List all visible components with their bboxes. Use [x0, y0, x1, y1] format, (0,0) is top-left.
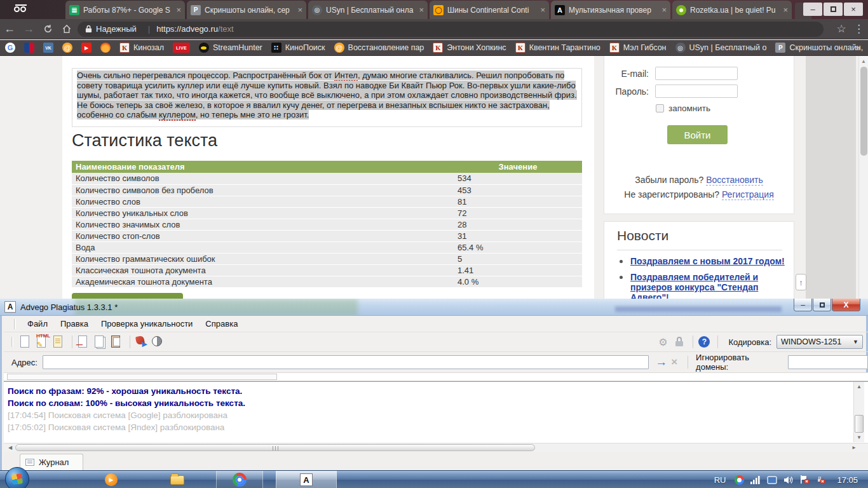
new-document-icon[interactable] [18, 335, 32, 349]
scrollbar-thumb[interactable] [15, 444, 535, 451]
browser-tab[interactable]: Скриншоты онлайн, сер× [187, 1, 306, 19]
bookmark-item[interactable]: КиноПоиск [271, 43, 325, 53]
menu-file[interactable]: Файл [21, 316, 54, 331]
bookmark-item[interactable]: StreamHunter [199, 43, 262, 53]
browser-maximize-button[interactable] [824, 3, 843, 16]
menu-uniqueness-check[interactable]: Проверка уникальности [95, 316, 199, 331]
bookmark-item[interactable] [5, 43, 15, 53]
open-html-icon[interactable]: HTML✎ [35, 335, 49, 349]
start-check-icon[interactable]: ▶ [134, 335, 148, 349]
plagiatus-close-button[interactable]: X [832, 299, 860, 311]
browser-close-button[interactable]: × [844, 3, 863, 16]
network-disconnected-icon[interactable] [816, 475, 825, 484]
browser-tab[interactable]: Работы 87%+ - Google S× [65, 1, 185, 19]
scroll-right-icon[interactable]: ► [849, 444, 859, 452]
stop-icon[interactable]: × [671, 356, 677, 369]
green-button-partial[interactable] [72, 293, 183, 299]
bookmark-item[interactable]: Мэл Гибсон [609, 43, 667, 53]
email-field[interactable] [655, 67, 738, 80]
scroll-to-top-button[interactable]: ↑ [796, 274, 806, 290]
news-link[interactable]: Поздравляем победителей и призеров конку… [630, 272, 787, 299]
bookmark-item[interactable]: Кинозал [119, 43, 164, 53]
paste-icon[interactable] [109, 335, 123, 349]
news-link[interactable]: Поздравляем с новым 2017 годом! [630, 256, 785, 266]
bookmark-item[interactable] [81, 43, 92, 53]
browser-tab[interactable]: USyn | Бесплатный онла× [308, 1, 428, 19]
browser-tab[interactable]: Шины Continental Conti× [430, 1, 549, 19]
bookmark-item[interactable]: Восстановление пар [334, 43, 424, 53]
remember-checkbox[interactable] [656, 104, 664, 112]
register-link[interactable]: Регистрация [722, 189, 774, 200]
bookmark-item[interactable] [173, 43, 190, 53]
bookmark-item[interactable] [100, 43, 111, 53]
ignore-domains-input[interactable] [788, 355, 868, 369]
bookmark-item[interactable] [62, 43, 72, 53]
action-center-flag-icon[interactable] [800, 475, 810, 484]
lock-icon[interactable] [672, 335, 686, 349]
restore-link[interactable]: Восстановить [706, 175, 763, 186]
taskbar-clock[interactable]: 17:05 [837, 475, 858, 485]
encoding-select[interactable]: WINDOWS-1251 ▼ [776, 335, 863, 349]
login-button[interactable]: Войти [667, 125, 728, 144]
start-button[interactable] [5, 467, 29, 488]
bookmark-item[interactable]: Скриншоты онлайн, [775, 43, 863, 53]
deep-check-icon[interactable] [151, 335, 165, 349]
cut-icon[interactable]: — [76, 335, 90, 349]
tab-close-icon[interactable]: × [661, 5, 667, 15]
forward-icon[interactable]: → [19, 22, 38, 36]
tab-close-icon[interactable]: × [297, 5, 302, 15]
bookmarks-overflow-icon[interactable]: » [855, 43, 860, 53]
browser-tab[interactable]: Мультиязычная провер× [551, 1, 670, 19]
home-icon[interactable] [57, 24, 76, 34]
scroll-down-icon[interactable]: ▼ [854, 433, 864, 442]
display-settings-icon[interactable] [767, 476, 777, 484]
browser-tab[interactable]: Rozetka.ua | be quiet! Pu× [672, 1, 792, 19]
tab-close-icon[interactable]: × [783, 5, 788, 15]
open-document-icon[interactable] [51, 335, 65, 349]
taskbar-explorer-icon[interactable] [166, 471, 188, 488]
horizontal-scrollbar[interactable]: ◀ ► [4, 443, 868, 452]
bookmark-star-icon[interactable]: ☆ [832, 22, 850, 36]
results-panel[interactable]: Поиск по фразам: 92% - хорошая уникально… [4, 381, 868, 443]
plagiatus-titlebar[interactable]: A Advego Plagiatus 1.3.3.1 * – X [0, 299, 868, 316]
tab-close-icon[interactable]: × [176, 5, 181, 15]
plagiatus-minimize-button[interactable]: – [794, 299, 812, 311]
bookmark-item[interactable] [24, 43, 34, 53]
go-arrow-icon[interactable]: → [655, 355, 667, 369]
help-icon[interactable]: ? [697, 335, 711, 349]
network-signal-icon[interactable] [750, 476, 761, 484]
scrollbar-thumb[interactable] [860, 67, 867, 156]
password-field[interactable] [655, 85, 738, 98]
settings-gear-icon[interactable]: ⚙ [656, 335, 670, 349]
scroll-left-icon[interactable]: ◀ [5, 444, 15, 452]
tab-close-icon[interactable]: × [540, 5, 545, 15]
page-scrollbar[interactable]: ▲ [858, 56, 868, 299]
tab-close-icon[interactable]: × [419, 5, 424, 15]
scrollbar-up-icon[interactable]: ▲ [859, 56, 868, 64]
taskbar-plagiatus-button[interactable]: A [276, 471, 337, 488]
browser-minimize-button[interactable]: – [803, 3, 822, 16]
menu-help[interactable]: Справка [199, 316, 244, 331]
volume-icon[interactable] [783, 476, 794, 484]
reload-icon[interactable] [38, 24, 57, 34]
journal-tab[interactable]: Журнал [20, 454, 83, 470]
language-indicator[interactable]: RU [714, 475, 726, 485]
bookmark-item[interactable]: USyn | Бесплатный о [675, 43, 767, 53]
bookmark-item[interactable]: Энтони Хопкинс [433, 43, 506, 53]
browser-menu-icon[interactable]: ⋮ [850, 22, 868, 36]
bookmark-item[interactable]: Квентин Тарантино [515, 43, 600, 53]
address-input[interactable] [43, 355, 649, 369]
tray-chrome-icon[interactable] [735, 475, 744, 485]
copy-icon[interactable] [93, 335, 107, 349]
scroll-up-icon[interactable]: ▲ [854, 382, 864, 391]
taskbar-chrome-button[interactable] [216, 471, 263, 488]
analyzed-text-paragraph[interactable]: Очень сильно перегревался процессор. Рас… [72, 68, 582, 127]
plagiatus-maximize-button[interactable] [813, 299, 831, 311]
taskbar-media-player-icon[interactable]: ▶ [100, 471, 122, 488]
back-icon[interactable]: ← [0, 22, 19, 36]
scrollbar-thumb[interactable] [855, 415, 864, 433]
bookmark-item[interactable] [43, 43, 53, 53]
results-vertical-scrollbar[interactable]: ▲ ▼ [853, 382, 864, 442]
url-bar[interactable]: Надежный | https://advego.ru/text [78, 22, 824, 37]
menu-edit[interactable]: Правка [54, 316, 95, 331]
